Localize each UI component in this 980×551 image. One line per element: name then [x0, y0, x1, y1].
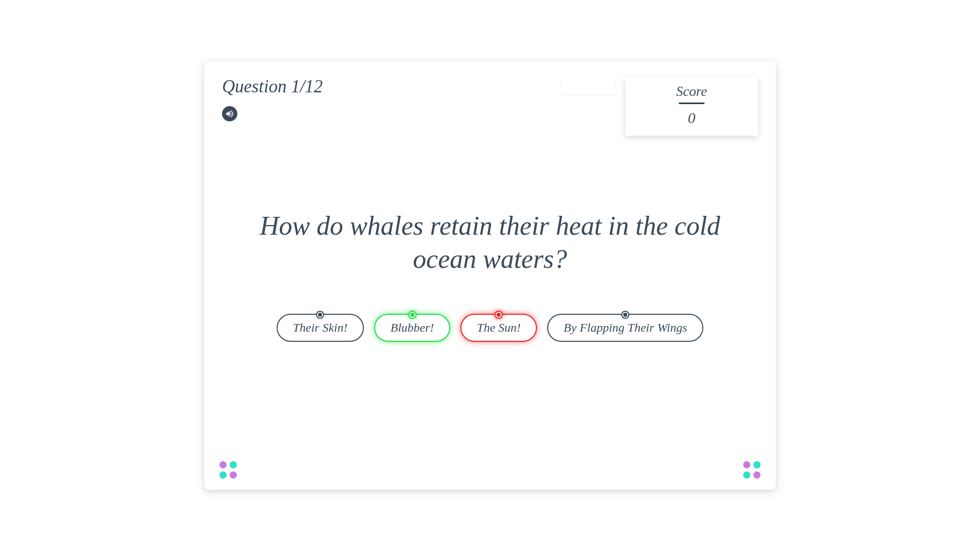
decoration-dots-bottom-left: [219, 461, 237, 479]
dot-icon: [743, 471, 750, 479]
dot-icon: [230, 471, 237, 479]
answer-label: Blubber!: [390, 321, 434, 334]
dot-icon: [743, 461, 750, 468]
answers-row: Their Skin! Blubber! The Sun! By Flappin…: [277, 314, 704, 342]
dot-icon: [230, 461, 237, 468]
dot-icon: [219, 461, 227, 468]
dot-icon: [753, 461, 761, 468]
answer-option-1[interactable]: Blubber!: [374, 314, 450, 342]
dot-icon: [753, 471, 761, 479]
radio-icon: [316, 311, 324, 319]
radio-icon: [495, 311, 503, 319]
question-area: How do whales retain their heat in the c…: [204, 61, 776, 490]
radio-icon: [408, 311, 416, 319]
answer-option-2[interactable]: The Sun!: [460, 314, 537, 342]
answer-label: By Flapping Their Wings: [564, 321, 687, 334]
decoration-dots-bottom-right: [743, 461, 761, 479]
radio-icon: [621, 311, 629, 319]
question-text: How do whales retain their heat in the c…: [230, 209, 750, 276]
answer-option-0[interactable]: Their Skin!: [277, 314, 364, 342]
dot-icon: [219, 471, 227, 479]
quiz-card: Question 1/12 Score 0 How do whales reta…: [204, 61, 776, 490]
answer-label: The Sun!: [477, 321, 521, 334]
answer-label: Their Skin!: [293, 321, 348, 334]
answer-option-3[interactable]: By Flapping Their Wings: [547, 314, 703, 342]
